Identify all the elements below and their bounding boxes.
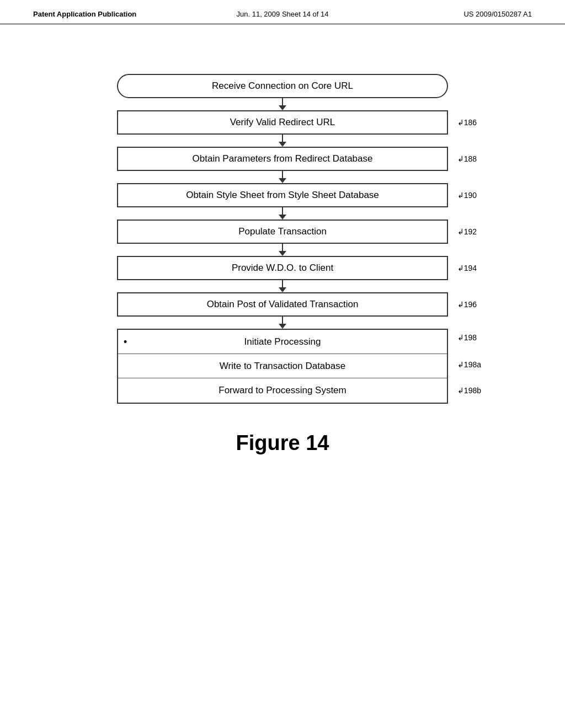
step-row-194: Provide W.D.O. to Client ↲194 [117,256,448,280]
arrow-6 [117,280,448,292]
bullet-dot: • [124,336,127,347]
step-192-ref: ↲192 [457,227,477,236]
step-188-ref: ↲188 [457,154,477,163]
header-date-label: Jun. 11, 2009 Sheet 14 of 14 [199,10,365,18]
step-186: Verify Valid Redirect URL [117,110,448,135]
step-198a: Write to Transaction Database [118,354,447,378]
step-198b: Forward to Processing System [118,378,447,403]
ref-198: ↲198 [457,333,477,342]
step-188-label: Obtain Parameters from Redirect Database [193,153,373,164]
step-194-ref: ↲194 [457,264,477,272]
sub-group-198: • Initiate Processing Write to Transacti… [117,329,448,404]
arrow-3 [117,171,448,183]
step-196: Obtain Post of Validated Transaction [117,292,448,317]
step-row-192: Populate Transaction ↲192 [117,220,448,244]
arrow-2 [117,135,448,147]
step-192-label: Populate Transaction [238,226,327,237]
step-188: Obtain Parameters from Redirect Database [117,147,448,171]
page-header: Patent Application Publication Jun. 11, … [0,0,565,24]
step-186-ref: ↲186 [457,118,477,127]
step-194: Provide W.D.O. to Client [117,256,448,280]
step-186-label: Verify Valid Redirect URL [230,117,335,128]
figure-caption: Figure 14 [236,431,329,455]
step-row-188: Obtain Parameters from Redirect Database… [117,147,448,171]
step-198: • Initiate Processing [118,330,447,354]
arrow-1 [117,98,448,110]
arrow-5 [117,244,448,256]
ref-198a: ↲198a [457,360,481,369]
arrow-4 [117,207,448,220]
header-patent-label: Patent Application Publication [33,10,199,18]
step-196-ref: ↲196 [457,300,477,309]
step-194-label: Provide W.D.O. to Client [232,263,333,274]
step-196-label: Obtain Post of Validated Transaction [207,299,359,310]
step-row-190: Obtain Style Sheet from Style Sheet Data… [117,183,448,207]
step-198a-label: Write to Transaction Database [220,361,345,372]
step-190: Obtain Style Sheet from Style Sheet Data… [117,183,448,207]
step-start-label: Receive Connection on Core URL [212,81,353,92]
ref-198b: ↲198b [457,386,481,395]
step-row-186: Verify Valid Redirect URL ↲186 [117,110,448,135]
step-192: Populate Transaction [117,220,448,244]
step-190-ref: ↲190 [457,191,477,200]
step-row-start: Receive Connection on Core URL [117,74,448,98]
arrow-7 [117,317,448,329]
header-number-label: US 2009/0150287 A1 [366,10,532,18]
step-190-label: Obtain Style Sheet from Style Sheet Data… [186,190,379,201]
step-row-subgroup: • Initiate Processing Write to Transacti… [117,329,448,404]
flow-chart: Receive Connection on Core URL Verify Va… [117,74,448,404]
step-start: Receive Connection on Core URL [117,74,448,98]
step-row-196: Obtain Post of Validated Transaction ↲19… [117,292,448,317]
step-198b-label: Forward to Processing System [218,385,346,396]
diagram-container: Receive Connection on Core URL Verify Va… [0,74,565,455]
step-198-label: Initiate Processing [244,336,321,347]
